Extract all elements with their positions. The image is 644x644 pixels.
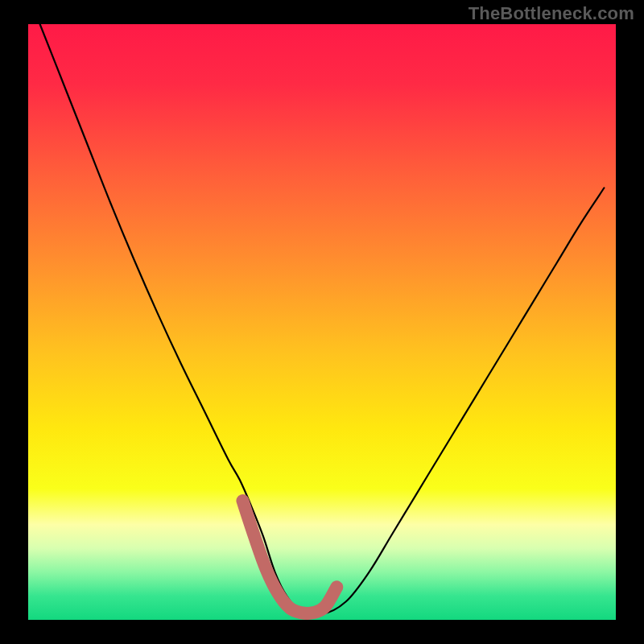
watermark-text: TheBottleneck.com xyxy=(469,3,634,24)
chart-frame: TheBottleneck.com xyxy=(0,0,644,644)
bottleneck-chart xyxy=(0,0,644,644)
plot-background xyxy=(28,24,616,620)
